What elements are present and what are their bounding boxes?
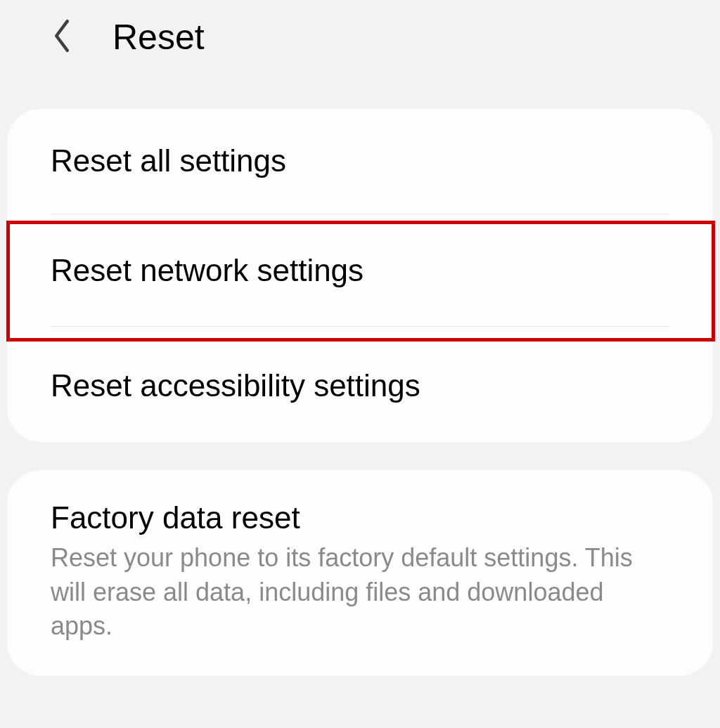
reset-all-settings-item[interactable]: Reset all settings [7, 109, 713, 214]
reset-options-group: Reset all settings Reset network setting… [7, 109, 713, 442]
factory-reset-group: Factory data reset Reset your phone to i… [7, 470, 713, 676]
factory-data-reset-item[interactable]: Factory data reset Reset your phone to i… [7, 470, 713, 676]
list-item-description: Reset your phone to its factory default … [51, 541, 669, 644]
header: Reset [0, 0, 720, 74]
reset-network-settings-item[interactable]: Reset network settings [7, 214, 713, 326]
list-item-label: Reset accessibility settings [51, 368, 669, 405]
page-title: Reset [112, 17, 205, 58]
list-item-label: Reset all settings [51, 143, 669, 180]
back-button[interactable] [48, 23, 76, 51]
list-item-label: Factory data reset [51, 500, 669, 537]
reset-accessibility-settings-item[interactable]: Reset accessibility settings [7, 327, 713, 443]
chevron-left-icon [51, 18, 73, 57]
list-item-label: Reset network settings [51, 252, 669, 290]
